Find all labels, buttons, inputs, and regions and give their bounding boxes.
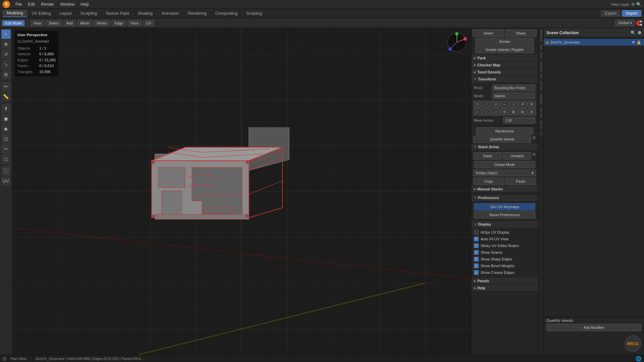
view-btn[interactable]: View: [31, 20, 45, 26]
mis-label[interactable]: Mis: [538, 73, 543, 80]
tool-box-select[interactable]: ⬛: [1, 166, 11, 176]
quadrify-btn[interactable]: Quadrify Islands: [473, 135, 531, 143]
tool-uv[interactable]: UV: [1, 176, 11, 186]
transform-btn-4[interactable]: ↔: [500, 101, 509, 108]
transform-header[interactable]: ▼ Transform: [471, 76, 538, 82]
transform-btn-5[interactable]: ↕: [509, 101, 518, 108]
tool-inset[interactable]: ◼: [1, 114, 11, 123]
similar-static-input[interactable]: Similar (Static) ▾: [473, 170, 536, 176]
edge-btn[interactable]: Edge: [111, 20, 126, 26]
scene-object-visible-icon[interactable]: 🔒: [637, 40, 641, 45]
scene-search-icon[interactable]: 🔍: [631, 31, 636, 35]
tab-layout[interactable]: Layout: [55, 10, 75, 17]
tab-rendering[interactable]: Rendering: [184, 10, 210, 17]
transform-btn-14[interactable]: ⊟: [527, 108, 536, 116]
orientation-widget[interactable]: X Y Z: [447, 32, 467, 52]
tool-side-label[interactable]: Tool: [538, 43, 543, 51]
tool-annotate[interactable]: ✏: [1, 82, 11, 91]
menu-edit[interactable]: Edit: [25, 1, 38, 7]
transform-btn-2[interactable]: ↑: [482, 101, 491, 108]
auto-fit-uv-checkbox[interactable]: [474, 237, 479, 241]
stack-header[interactable]: ▼ Stack (beta): [471, 143, 538, 150]
show-seams-checkbox[interactable]: [474, 250, 479, 255]
global-mode-btn[interactable]: Global Mode: [474, 161, 535, 168]
tool-bevel[interactable]: ◆: [1, 124, 11, 133]
pack-header[interactable]: ▶ Pack: [471, 55, 538, 61]
display-header[interactable]: ▼ Display: [471, 221, 538, 228]
hardops-label[interactable]: HardOps: [538, 28, 543, 43]
tool-rotate[interactable]: ↺: [1, 50, 11, 59]
transform-btn-9[interactable]: ↓: [482, 108, 491, 116]
tab-export[interactable]: Export: [601, 10, 621, 17]
transform-btn-13[interactable]: ⊞: [518, 108, 527, 116]
tab-shading[interactable]: Shading: [134, 10, 157, 17]
snap-icon[interactable]: 🧲: [636, 20, 642, 26]
seam-btn[interactable]: Seam: [473, 29, 504, 37]
show-crease-edges-checkbox[interactable]: [474, 270, 479, 275]
copy-btn[interactable]: Copy: [473, 178, 504, 185]
transform-btn-1[interactable]: ↖: [473, 101, 482, 108]
preferences-header[interactable]: ▼ Preferences: [471, 194, 538, 201]
isolate-toggle-btn[interactable]: Isolate Islands (Toggle): [475, 46, 534, 53]
similar-btn[interactable]: Similar: [475, 38, 534, 45]
tab-texture-paint[interactable]: Texture Paint: [102, 10, 133, 17]
face-btn[interactable]: Face: [127, 20, 142, 26]
stack-gear-icon[interactable]: ⚙: [532, 152, 536, 160]
stack-btn[interactable]: Stack: [473, 152, 502, 160]
zen-set-label[interactable]: Zen Set: [538, 106, 543, 119]
tab-scripting[interactable]: Scripting: [242, 10, 266, 17]
add-btn[interactable]: Add: [63, 20, 76, 26]
tab-animation[interactable]: Animation: [157, 10, 183, 17]
ac-label[interactable]: AC: [538, 130, 543, 137]
menu-file[interactable]: File: [13, 1, 24, 7]
transform-btn-3[interactable]: ↗: [491, 101, 500, 108]
kek4-label[interactable]: kek4: [538, 51, 543, 60]
hops-uv-display-checkbox[interactable]: [474, 230, 479, 235]
randomize-btn[interactable]: Randomize: [476, 127, 533, 135]
tool-move[interactable]: ✥: [1, 40, 11, 49]
tool-knife[interactable]: ✂: [1, 144, 11, 154]
scene-object-item[interactable]: ▶ ZenUV_Zenerator 👁 🔒: [544, 39, 644, 46]
panels-header[interactable]: ▶ Panels: [471, 278, 538, 284]
zen-uv-keymaps-btn[interactable]: Zen UV Keymaps: [474, 203, 535, 210]
tool-extrude[interactable]: ⬆: [1, 104, 11, 113]
scene-object-eye-icon[interactable]: 👁: [632, 40, 635, 44]
quadrify-gear-icon[interactable]: ⚙: [532, 135, 536, 143]
paste-btn[interactable]: Paste: [505, 178, 536, 185]
vertex-btn[interactable]: Vertex: [94, 20, 110, 26]
scene-filter-icon[interactable]: ⚙: [638, 31, 641, 35]
kit-op-label[interactable]: KIT OP: [538, 80, 543, 93]
transform-space[interactable]: Global ▾: [615, 20, 635, 26]
pivot-input[interactable]: Bounding Box Points: [492, 84, 535, 91]
add-modifier-btn[interactable]: Add Modifier: [546, 324, 641, 331]
transform-btn-6[interactable]: ↺: [518, 101, 527, 108]
select-btn[interactable]: Select: [46, 20, 62, 26]
mesh-btn[interactable]: Mesh: [77, 20, 92, 26]
uv-btn[interactable]: UV: [143, 20, 154, 26]
menu-window[interactable]: Window: [57, 1, 77, 7]
tab-uv-editing[interactable]: UV Editing: [28, 10, 55, 17]
sticky-uv-editor-checkbox[interactable]: [474, 243, 479, 248]
texel-header[interactable]: ▶ Texel Density: [471, 69, 538, 75]
menu-help[interactable]: Help: [78, 1, 92, 7]
tab-sculpting[interactable]: Sculpting: [76, 10, 101, 17]
tab-modeling[interactable]: Modeling: [3, 10, 27, 17]
tool-scale[interactable]: ⤡: [1, 60, 11, 69]
tab-compositing[interactable]: Compositing: [211, 10, 242, 17]
transform-btn-12[interactable]: ⊠: [509, 108, 518, 116]
grabdo-label[interactable]: GrabDo: [538, 93, 543, 106]
tool-cursor[interactable]: ↖: [1, 29, 11, 39]
transform-btn-10[interactable]: →: [491, 108, 500, 116]
help-header[interactable]: ▶ Help: [471, 285, 538, 291]
mode-input[interactable]: Islands: [492, 93, 535, 99]
unstack-btn[interactable]: Unstack: [503, 152, 531, 160]
batchd-label[interactable]: BatchD: [538, 60, 543, 73]
transform-btn-11[interactable]: ⟲: [500, 108, 509, 116]
menu-render[interactable]: Render: [38, 1, 57, 7]
sharp-btn[interactable]: Sharp: [505, 29, 537, 37]
zen-u-label[interactable]: Zen U: [538, 119, 543, 130]
transform-btn-7[interactable]: ⊡: [527, 101, 536, 108]
show-sharp-edges-checkbox[interactable]: [474, 257, 479, 261]
mode-selector[interactable]: Edit Mode: [2, 20, 25, 26]
move-increm-input[interactable]: 1.00: [503, 117, 536, 124]
